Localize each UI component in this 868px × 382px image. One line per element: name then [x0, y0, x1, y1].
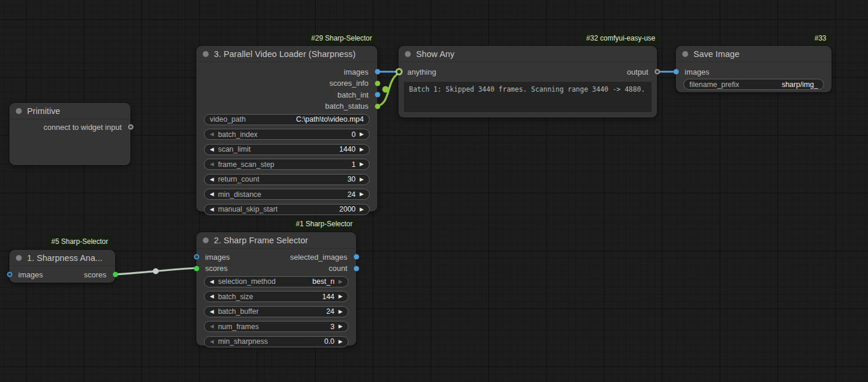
increment-arrow-icon[interactable]: ▶ — [360, 162, 364, 167]
number-widget-batch-index[interactable]: ◀ batch_index 0 ▶ — [204, 129, 370, 140]
decrement-arrow-icon[interactable]: ◀ — [210, 324, 214, 329]
decrement-arrow-icon[interactable]: ◀ — [210, 146, 214, 152]
number-widget-scan-limit[interactable]: ◀ scan_limit 1440 ▶ — [204, 144, 370, 155]
log-text-area[interactable]: Batch 1: Skipped 3440 frames. Scanning r… — [403, 81, 652, 113]
port-row: images selected_images — [196, 252, 356, 263]
increment-arrow-icon[interactable]: ▶ — [339, 339, 343, 344]
collapse-dot-icon[interactable] — [16, 108, 22, 114]
increment-arrow-icon[interactable]: ▶ — [360, 206, 364, 212]
output-port-batch-int[interactable] — [375, 92, 380, 98]
node-id-badge: #1 Sharp-Selector — [291, 219, 357, 229]
node-title-bar[interactable]: 1. Sharpness Ana... — [9, 250, 115, 266]
output-port-batch-status[interactable] — [375, 103, 380, 109]
node-id-badge: #32 comfyui-easy-use — [582, 33, 659, 43]
decrement-arrow-icon[interactable]: ◀ — [210, 279, 214, 284]
node-title-bar[interactable]: 2. Sharp Frame Selector — [196, 232, 356, 249]
number-widget-min-distance[interactable]: ◀ min_distance 24 ▶ — [204, 189, 370, 200]
widget-label: batch_buffer — [218, 307, 259, 316]
node-title: Show Any — [416, 49, 454, 59]
widget-label: batch_index — [218, 130, 257, 139]
number-widget-min-sharpness[interactable]: ◀ min_sharpness 0.0 ▶ — [204, 336, 348, 347]
input-port-scores[interactable] — [194, 266, 199, 271]
increment-arrow-icon[interactable]: ▶ — [339, 294, 343, 299]
output-label: count — [329, 264, 347, 273]
decrement-arrow-icon[interactable]: ◀ — [210, 294, 214, 299]
output-port-scores-info[interactable] — [375, 81, 380, 86]
link-midpoint-dot — [153, 269, 159, 274]
number-widget-manual-skip-start[interactable]: ◀ manual_skip_start 2000 ▶ — [204, 204, 370, 215]
number-widget-frame-scan-step[interactable]: ◀ frame_scan_step 1 ▶ — [204, 159, 370, 170]
widget-value: 1 — [351, 160, 356, 169]
number-widget-batch-size[interactable]: ◀ batch_size 144 ▶ — [204, 291, 348, 302]
increment-arrow-icon[interactable]: ▶ — [360, 176, 364, 182]
output-label: batch_int — [337, 91, 368, 99]
increment-arrow-icon[interactable]: ▶ — [339, 324, 343, 329]
node-title: 1. Sharpness Ana... — [27, 253, 102, 263]
decrement-arrow-icon[interactable]: ◀ — [210, 132, 214, 137]
port-row: scores count — [196, 263, 356, 274]
output-port-output[interactable] — [655, 69, 660, 75]
widget-value: 0.0 — [324, 337, 334, 346]
decrement-arrow-icon[interactable]: ◀ — [210, 162, 214, 167]
decrement-arrow-icon[interactable]: ◀ — [210, 309, 214, 314]
output-label: scores_info — [330, 79, 368, 88]
input-port-anything[interactable] — [396, 69, 402, 75]
widget-label: filename_prefix — [689, 81, 739, 89]
input-port-images[interactable] — [7, 272, 12, 277]
increment-arrow-icon[interactable]: ▶ — [360, 132, 364, 137]
widget-value: best_n — [313, 277, 335, 286]
increment-arrow-icon[interactable]: ▶ — [360, 146, 364, 152]
decrement-arrow-icon[interactable]: ◀ — [210, 206, 214, 212]
node-graph-canvas[interactable]: #29 Sharp-Selector #32 comfyui-easy-use … — [0, 0, 868, 382]
text-widget-video-path[interactable]: video_path C:\path\to\video.mp4 — [204, 114, 370, 125]
output-port-count[interactable] — [354, 266, 359, 271]
output-row: batch_status — [196, 100, 377, 112]
collapse-dot-icon[interactable] — [203, 237, 209, 243]
node-sharp-frame-selector[interactable]: 2. Sharp Frame Selector images selected_… — [196, 232, 356, 346]
number-widget-return-count[interactable]: ◀ return_count 30 ▶ — [204, 174, 370, 185]
node-id-badge: #5 Sharp-Selector — [47, 237, 112, 247]
node-title-bar[interactable]: Save Image — [676, 46, 832, 62]
node-primitive[interactable]: Primitive connect to widget input — [9, 103, 130, 165]
node-save-image[interactable]: Save Image images filename_prefix sharp/… — [676, 46, 832, 92]
output-port-selected-images[interactable] — [354, 254, 359, 260]
output-port-images[interactable] — [375, 69, 380, 75]
increment-arrow-icon[interactable]: ▶ — [339, 309, 343, 314]
widget-value: 144 — [322, 293, 334, 301]
node-sharpness-analyzer[interactable]: 1. Sharpness Ana... images scores — [9, 250, 115, 283]
node-show-any[interactable]: Show Any anything output Batch 1: Skippe… — [398, 46, 657, 118]
combo-widget-selection-method[interactable]: ◀ selection_method best_n ▶ — [204, 276, 348, 287]
node-id-badge: #29 Sharp-Selector — [307, 33, 376, 43]
number-widget-batch-buffer[interactable]: ◀ batch_buffer 24 ▶ — [204, 306, 348, 317]
input-port-images[interactable] — [194, 254, 199, 260]
increment-arrow-icon[interactable]: ▶ — [339, 279, 343, 284]
text-widget-filename-prefix[interactable]: filename_prefix sharp/img_ — [683, 79, 824, 90]
node-title-bar[interactable]: Primitive — [9, 103, 130, 119]
widget-value: 2000 — [339, 205, 356, 213]
input-label: images — [18, 270, 43, 279]
widget-value: 1440 — [339, 145, 356, 153]
decrement-arrow-icon[interactable]: ◀ — [210, 192, 214, 197]
output-label: images — [344, 68, 368, 76]
output-port-scores[interactable] — [113, 272, 118, 277]
collapse-dot-icon[interactable] — [203, 51, 209, 57]
collapse-dot-icon[interactable] — [682, 51, 688, 57]
node-id-badge: #33 — [810, 33, 830, 43]
number-widget-num-frames[interactable]: ◀ num_frames 3 ▶ — [204, 321, 348, 332]
output-port-widget[interactable] — [128, 125, 133, 130]
output-label: scores — [84, 270, 106, 279]
node-title-bar[interactable]: Show Any — [398, 46, 657, 62]
increment-arrow-icon[interactable]: ▶ — [360, 192, 364, 197]
collapse-dot-icon[interactable] — [16, 255, 22, 261]
decrement-arrow-icon[interactable]: ◀ — [210, 339, 214, 344]
widget-value: C:\path\to\video.mp4 — [296, 115, 364, 123]
node-title-bar[interactable]: 3. Parallel Video Loader (Sharpness) — [196, 46, 377, 62]
input-label: scores — [205, 264, 227, 273]
widget-label: selection_method — [218, 277, 276, 286]
collapse-dot-icon[interactable] — [405, 51, 411, 57]
node-title: 3. Parallel Video Loader (Sharpness) — [214, 49, 356, 59]
decrement-arrow-icon[interactable]: ◀ — [210, 176, 214, 182]
widget-value: 24 — [326, 307, 334, 316]
node-parallel-video-loader[interactable]: 3. Parallel Video Loader (Sharpness) ima… — [196, 46, 377, 212]
input-port-images[interactable] — [673, 69, 679, 75]
